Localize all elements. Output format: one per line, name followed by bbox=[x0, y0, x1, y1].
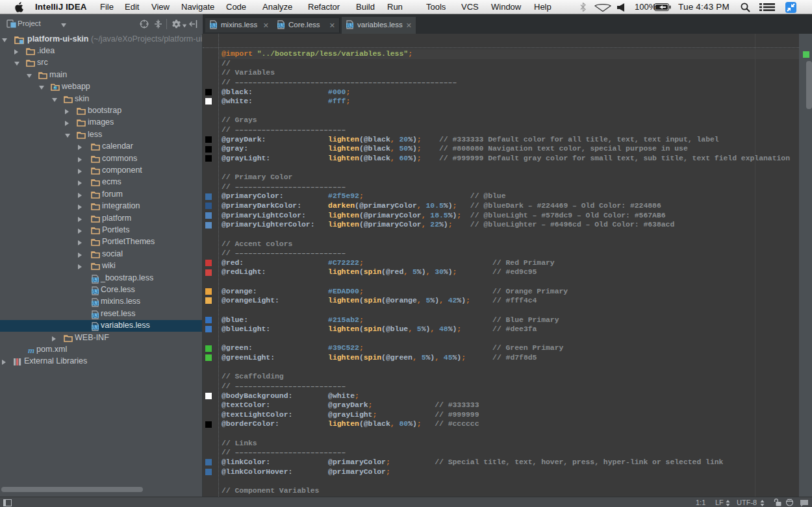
svg-text:{L}: {L} bbox=[92, 289, 99, 294]
svg-text:{L}: {L} bbox=[92, 325, 99, 330]
svg-text:{L}: {L} bbox=[278, 23, 285, 28]
svg-text:{L}: {L} bbox=[92, 277, 99, 282]
svg-text:{L}: {L} bbox=[210, 23, 217, 28]
svg-text:m: m bbox=[28, 346, 34, 354]
svg-text:{L}: {L} bbox=[92, 313, 99, 318]
svg-text:{L}: {L} bbox=[92, 301, 99, 306]
svg-text:{L}: {L} bbox=[347, 23, 353, 28]
